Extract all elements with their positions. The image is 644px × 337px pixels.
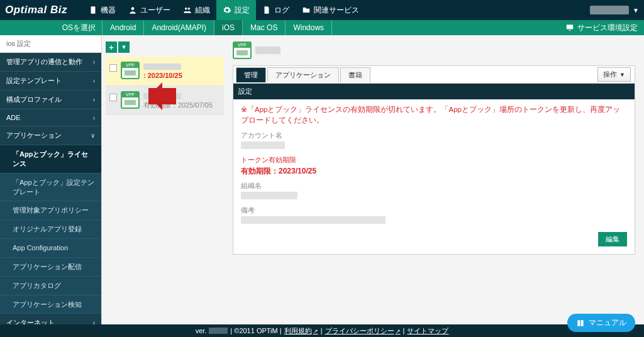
callout-arrow bbox=[148, 88, 176, 104]
detail-tab[interactable]: 書籍 bbox=[340, 67, 370, 82]
sidebar-item[interactable]: 「Appとブック」設定テンプレート bbox=[0, 174, 101, 202]
expiry-warning: ※「Appとブック」ライセンスの有効期限が切れています。「Appとブック」場所の… bbox=[241, 104, 627, 126]
org-label: 組織名 bbox=[241, 182, 627, 191]
edit-button[interactable]: 編集 bbox=[598, 232, 627, 246]
note-value bbox=[241, 216, 386, 224]
user-chip[interactable] bbox=[590, 6, 629, 14]
account-label: アカウント名 bbox=[241, 131, 627, 140]
sidebar-item[interactable]: アプリケーション検知 bbox=[0, 296, 101, 314]
sidebar-item[interactable]: アプリカタログ bbox=[0, 277, 101, 296]
sidebar-item[interactable]: ADE› bbox=[0, 109, 101, 126]
note-label: 備考 bbox=[241, 206, 627, 215]
vpp-icon bbox=[121, 62, 140, 79]
sidebar-item[interactable]: 管理アプリの通信と動作› bbox=[0, 53, 101, 72]
sidebar-item[interactable]: 「Appとブック」ライセンス bbox=[0, 145, 101, 174]
org-value bbox=[241, 192, 297, 199]
footer-link-privacy[interactable]: プライバシーポリシー↗ bbox=[325, 326, 401, 336]
vpp-icon bbox=[233, 41, 252, 59]
nav-doc[interactable]: ログ bbox=[256, 0, 296, 20]
svg-rect-0 bbox=[91, 6, 96, 14]
nav-device[interactable]: 機器 bbox=[82, 0, 122, 20]
account-value bbox=[241, 141, 285, 149]
svg-point-1 bbox=[131, 7, 135, 10]
service-env-settings[interactable]: サービス環境設定 bbox=[565, 23, 644, 33]
os-select-label: OSを選択 bbox=[0, 23, 102, 33]
sidebar-title: ios 設定 bbox=[0, 35, 101, 53]
footer: ver. | ©2011 OPTiM | 利用規約↗ | プライバシーポリシー↗… bbox=[0, 324, 644, 337]
operations-menu[interactable]: 操作▼ bbox=[597, 67, 631, 82]
sidebar-item[interactable]: オリジナルアプリ登録 bbox=[0, 220, 101, 239]
os-tab-windows[interactable]: Windows bbox=[286, 20, 332, 35]
nav-folder[interactable]: 関連サービス bbox=[296, 0, 365, 20]
detail-tab[interactable]: 管理 bbox=[236, 67, 266, 82]
sidebar-item[interactable]: アプリケーション∨ bbox=[0, 126, 101, 145]
nav-group[interactable]: 組織 bbox=[177, 0, 216, 20]
svg-point-2 bbox=[185, 8, 187, 9]
detail-tab[interactable]: アプリケーション bbox=[267, 67, 339, 82]
user-menu-caret[interactable]: ▼ bbox=[633, 7, 639, 14]
brand-logo: Optimal Biz bbox=[5, 4, 82, 16]
license-row[interactable]: : 2023/10/25 bbox=[106, 57, 224, 86]
add-button[interactable]: ＋ bbox=[106, 41, 117, 53]
nav-user[interactable]: ユーザー bbox=[122, 0, 177, 20]
row-checkbox[interactable] bbox=[109, 64, 117, 72]
nav-gear[interactable]: 設定 bbox=[216, 0, 256, 20]
svg-point-3 bbox=[188, 8, 191, 9]
os-tab-macos[interactable]: Mac OS bbox=[243, 20, 286, 35]
row-checkbox[interactable] bbox=[109, 94, 117, 101]
sidebar-item[interactable]: 設定テンプレート› bbox=[0, 72, 101, 91]
svg-rect-4 bbox=[567, 25, 574, 29]
manual-button[interactable]: マニュアル bbox=[567, 314, 635, 332]
os-tab-ios[interactable]: iOS bbox=[214, 20, 243, 35]
license-name-placeholder bbox=[255, 47, 280, 54]
os-tab-android[interactable]: Android bbox=[103, 20, 144, 35]
os-tab-androidamapi[interactable]: Android(AMAPI) bbox=[144, 20, 214, 35]
sidebar-item[interactable]: 構成プロファイル› bbox=[0, 91, 101, 109]
footer-link-sitemap[interactable]: サイトマップ bbox=[407, 326, 448, 336]
token-expiry-label: トークン有効期限 bbox=[241, 156, 627, 165]
panel-title: 設定 bbox=[233, 84, 635, 99]
token-expiry-value: 有効期限：2023/10/25 bbox=[241, 166, 627, 177]
footer-link-terms[interactable]: 利用規約↗ bbox=[284, 326, 318, 336]
sidebar-item[interactable]: アプリケーション配信 bbox=[0, 258, 101, 277]
sidebar-item[interactable]: 管理対象アプリポリシー bbox=[0, 201, 101, 220]
add-menu-button[interactable]: ▼ bbox=[118, 41, 130, 53]
svg-rect-5 bbox=[569, 30, 571, 31]
sidebar-item[interactable]: App Configuration bbox=[0, 239, 101, 258]
